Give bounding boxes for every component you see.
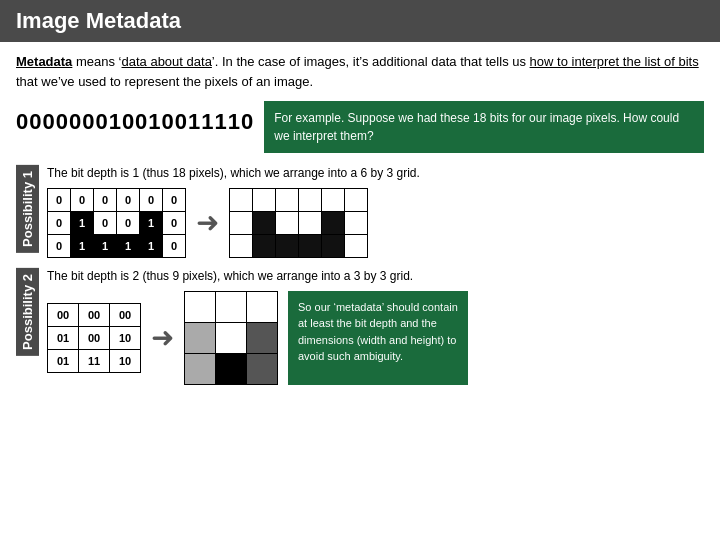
grid-cell: 0 bbox=[117, 189, 139, 211]
metadata-term: Metadata bbox=[16, 54, 72, 69]
vis-grid-cell bbox=[216, 292, 246, 322]
grid-cell: 10 bbox=[110, 327, 140, 349]
grid-cell: 0 bbox=[163, 189, 185, 211]
vis-grid-cell bbox=[253, 212, 275, 234]
vis-grid-cell bbox=[185, 292, 215, 322]
grid-cell: 0 bbox=[48, 235, 70, 257]
possibility-2-desc: The bit depth is 2 (thus 9 pixels), whic… bbox=[47, 268, 704, 285]
arrow-2: ➜ bbox=[151, 324, 174, 352]
vis-grid-cell bbox=[247, 292, 277, 322]
grid-cell: 01 bbox=[48, 327, 78, 349]
vis-grid-cell bbox=[345, 189, 367, 211]
bit-string: 000000010010011110 bbox=[16, 101, 254, 135]
possibility-1-content: The bit depth is 1 (thus 18 pixels), whi… bbox=[47, 165, 704, 258]
grid-cell: 00 bbox=[110, 304, 140, 326]
grid-cell: 10 bbox=[110, 350, 140, 372]
vis-grid-cell bbox=[299, 189, 321, 211]
top-section: 000000010010011110 For example. Suppose … bbox=[16, 101, 704, 153]
vis-grid-cell bbox=[216, 323, 246, 353]
possibility-2-grid-section: 000000010010011110 ➜ bbox=[47, 291, 278, 385]
vis-grid-cell bbox=[322, 235, 344, 257]
possibility-2-label: Possibility 2 bbox=[16, 268, 39, 356]
grid-cell: 01 bbox=[48, 350, 78, 372]
vis-grid-cell bbox=[276, 189, 298, 211]
intro-text: Metadata means ‘data about data’. In the… bbox=[16, 52, 704, 91]
grid-cell: 1 bbox=[140, 235, 162, 257]
vis-grid-cell bbox=[345, 235, 367, 257]
possibility-2-content: The bit depth is 2 (thus 9 pixels), whic… bbox=[47, 268, 704, 385]
metadata-note-box: So our ‘metadata’ should contain at leas… bbox=[288, 291, 468, 385]
grid-cell: 00 bbox=[79, 304, 109, 326]
grid-cell: 0 bbox=[71, 189, 93, 211]
possibility-1-grid-section: 000000010010011110 ➜ bbox=[47, 188, 704, 258]
grid-cell: 11 bbox=[79, 350, 109, 372]
possibility-2-number-grid: 000000010010011110 bbox=[47, 303, 141, 373]
grid-cell: 1 bbox=[117, 235, 139, 257]
vis-grid-cell bbox=[247, 323, 277, 353]
grid-cell: 1 bbox=[140, 212, 162, 234]
grid-cell: 0 bbox=[140, 189, 162, 211]
grid-cell: 0 bbox=[48, 212, 70, 234]
possibility-2-visual-grid bbox=[184, 291, 278, 385]
possibility-1-number-grid: 000000010010011110 bbox=[47, 188, 186, 258]
grid-cell: 1 bbox=[71, 212, 93, 234]
main-content: Metadata means ‘data about data’. In the… bbox=[0, 42, 720, 395]
possibility-1-desc: The bit depth is 1 (thus 18 pixels), whi… bbox=[47, 165, 704, 182]
vis-grid-cell bbox=[322, 212, 344, 234]
vis-grid-cell bbox=[247, 354, 277, 384]
vis-grid-cell bbox=[230, 212, 252, 234]
vis-grid-cell bbox=[253, 189, 275, 211]
possibility-2-grid-area: 000000010010011110 ➜ So our ‘metadata’ s… bbox=[47, 291, 704, 385]
grid-cell: 0 bbox=[48, 189, 70, 211]
vis-grid-cell bbox=[253, 235, 275, 257]
vis-grid-cell bbox=[276, 235, 298, 257]
vis-grid-cell bbox=[299, 235, 321, 257]
title-bar: Image Metadata bbox=[0, 0, 720, 42]
grid-cell: 0 bbox=[117, 212, 139, 234]
page-title: Image Metadata bbox=[16, 8, 181, 33]
vis-grid-cell bbox=[276, 212, 298, 234]
arrow-1: ➜ bbox=[196, 209, 219, 237]
vis-grid-cell bbox=[230, 189, 252, 211]
grid-cell: 0 bbox=[94, 212, 116, 234]
possibility-2-row: Possibility 2 The bit depth is 2 (thus 9… bbox=[16, 268, 704, 385]
grid-cell: 00 bbox=[48, 304, 78, 326]
vis-grid-cell bbox=[185, 354, 215, 384]
vis-grid-cell bbox=[345, 212, 367, 234]
grid-cell: 1 bbox=[94, 235, 116, 257]
possibility-1-visual-grid bbox=[229, 188, 368, 258]
vis-grid-cell bbox=[230, 235, 252, 257]
grid-cell: 0 bbox=[94, 189, 116, 211]
possibility-1-label: Possibility 1 bbox=[16, 165, 39, 253]
possibilities: Possibility 1 The bit depth is 1 (thus 1… bbox=[16, 165, 704, 385]
example-box: For example. Suppose we had these 18 bit… bbox=[264, 101, 704, 153]
grid-cell: 0 bbox=[163, 212, 185, 234]
possibility-1-row: Possibility 1 The bit depth is 1 (thus 1… bbox=[16, 165, 704, 258]
grid-cell: 0 bbox=[163, 235, 185, 257]
grid-cell: 00 bbox=[79, 327, 109, 349]
vis-grid-cell bbox=[185, 323, 215, 353]
grid-cell: 1 bbox=[71, 235, 93, 257]
vis-grid-cell bbox=[322, 189, 344, 211]
vis-grid-cell bbox=[216, 354, 246, 384]
vis-grid-cell bbox=[299, 212, 321, 234]
